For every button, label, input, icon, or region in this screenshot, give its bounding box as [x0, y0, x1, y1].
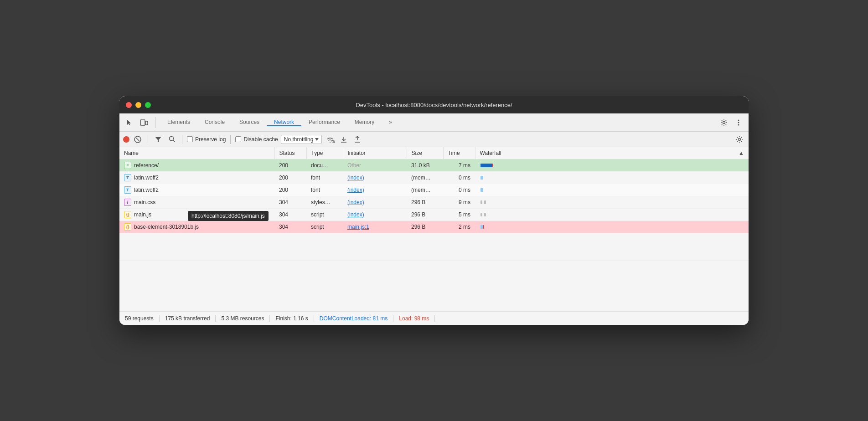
cell-status: 304 [274, 209, 306, 221]
disable-cache-checkbox-label[interactable]: Disable cache [235, 136, 278, 143]
preserve-log-checkbox[interactable] [187, 136, 193, 142]
disable-cache-checkbox[interactable] [235, 136, 241, 142]
cursor-icon[interactable] [123, 116, 136, 129]
net-separator-3 [230, 135, 231, 144]
tab-console[interactable]: Console [197, 119, 232, 126]
cell-time: 9 ms [443, 196, 475, 209]
minimize-button[interactable] [135, 102, 141, 108]
net-separator-1 [148, 135, 148, 144]
more-options-icon[interactable] [732, 116, 745, 129]
content-area: Name Status Type Initiator Size Time Wat… [119, 147, 749, 325]
close-button[interactable] [126, 102, 132, 108]
tab-memory[interactable]: Memory [347, 119, 382, 126]
svg-point-9 [169, 137, 173, 141]
preserve-log-checkbox-label[interactable]: Preserve log [187, 136, 226, 143]
cell-name: T latin.woff2 [119, 184, 274, 196]
cell-status: 200 [274, 172, 306, 184]
traffic-lights [126, 102, 151, 108]
cell-waterfall [475, 172, 749, 184]
col-size[interactable]: Size [407, 147, 443, 159]
cell-waterfall [475, 209, 749, 221]
table-row[interactable]: ≡ reference/ 200 docu… Other 31.0 kB 7 m… [119, 159, 749, 172]
main-toolbar: Elements Console Sources Network Perform… [119, 113, 749, 132]
tab-sources[interactable]: Sources [232, 119, 267, 126]
cell-size: (mem… [407, 172, 443, 184]
table-row[interactable]: / main.css 304 styles… (index) 296 B 9 m… [119, 196, 749, 209]
table-row[interactable]: T latin.woff2 200 font (index) (mem… 0 m… [119, 184, 749, 196]
cell-name: ≡ reference/ [119, 159, 274, 172]
cell-name: {} base-element-3018901b.js [119, 221, 274, 233]
table-row[interactable]: {} main.js http://localhost:8080/js/main… [119, 209, 749, 221]
cell-status: 200 [274, 159, 306, 172]
cell-waterfall [475, 184, 749, 196]
col-time[interactable]: Time [443, 147, 475, 159]
svg-point-19 [739, 138, 741, 140]
titlebar: DevTools - localhost:8080/docs/devtools/… [119, 96, 749, 113]
wifi-settings-icon[interactable] [325, 134, 336, 145]
sort-arrow-icon[interactable]: ▲ [739, 150, 744, 156]
empty-row [119, 233, 749, 261]
svg-rect-1 [145, 121, 148, 125]
col-waterfall[interactable]: Waterfall ▲ [475, 147, 749, 159]
transferred-size: 175 kB transferred [160, 315, 216, 322]
cell-initiator[interactable]: (index) [343, 196, 407, 209]
tab-performance[interactable]: Performance [301, 119, 347, 126]
tab-network[interactable]: Network [267, 119, 301, 126]
cell-time: 0 ms [443, 172, 475, 184]
cell-waterfall [475, 159, 749, 172]
cell-size: 296 B [407, 221, 443, 233]
svg-point-3 [738, 119, 739, 121]
cell-size: 296 B [407, 196, 443, 209]
cell-name: T latin.woff2 [119, 172, 274, 184]
svg-line-7 [136, 138, 140, 141]
cell-initiator[interactable]: (index) [343, 172, 407, 184]
svg-point-2 [723, 121, 725, 123]
window-title: DevTools - localhost:8080/docs/devtools/… [356, 102, 512, 108]
toolbar-left [123, 116, 150, 129]
svg-point-4 [738, 122, 739, 123]
cell-type: script [306, 209, 343, 221]
maximize-button[interactable] [145, 102, 151, 108]
cell-name: {} main.js http://localhost:8080/js/main… [119, 209, 274, 221]
svg-marker-11 [315, 138, 319, 141]
cell-initiator[interactable]: (index) [343, 209, 407, 221]
network-settings-icon[interactable] [734, 134, 745, 145]
filter-icon[interactable] [153, 134, 164, 145]
tab-more[interactable]: » [382, 119, 399, 126]
cell-type: script [306, 221, 343, 233]
export-icon[interactable] [352, 134, 363, 145]
tab-elements[interactable]: Elements [160, 119, 197, 126]
import-icon[interactable] [338, 134, 349, 145]
col-name[interactable]: Name [119, 147, 274, 159]
table-header-row: Name Status Type Initiator Size Time Wat… [119, 147, 749, 159]
settings-icon[interactable] [718, 116, 730, 129]
cell-initiator[interactable]: (index) [343, 184, 407, 196]
cell-status: 200 [274, 184, 306, 196]
cell-size: (mem… [407, 184, 443, 196]
throttle-select[interactable]: No throttling [281, 135, 322, 144]
search-icon[interactable] [166, 134, 177, 145]
cell-type: font [306, 184, 343, 196]
cell-initiator[interactable]: main.js:1 [343, 221, 407, 233]
col-type[interactable]: Type [306, 147, 343, 159]
clear-icon[interactable] [132, 134, 143, 145]
device-toggle-icon[interactable] [138, 116, 150, 129]
cell-type: docu… [306, 159, 343, 172]
svg-point-5 [738, 124, 739, 125]
col-initiator[interactable]: Initiator [343, 147, 407, 159]
cell-size: 31.0 kB [407, 159, 443, 172]
table-row[interactable]: {} base-element-3018901b.js 304 script m… [119, 221, 749, 233]
record-button[interactable] [123, 136, 129, 143]
status-bar: 59 requests 175 kB transferred 5.3 MB re… [119, 311, 749, 325]
toolbar-separator-1 [155, 117, 155, 128]
svg-line-10 [173, 140, 175, 142]
cell-status: 304 [274, 221, 306, 233]
resources-size: 5.3 MB resources [216, 315, 270, 322]
col-status[interactable]: Status [274, 147, 306, 159]
cell-waterfall [475, 221, 749, 233]
table-row[interactable]: T latin.woff2 200 font (index) (mem… 0 m… [119, 172, 749, 184]
cell-time: 5 ms [443, 209, 475, 221]
network-table-wrapper[interactable]: Name Status Type Initiator Size Time Wat… [119, 147, 749, 311]
cell-name: / main.css [119, 196, 274, 209]
cell-type: styles… [306, 196, 343, 209]
